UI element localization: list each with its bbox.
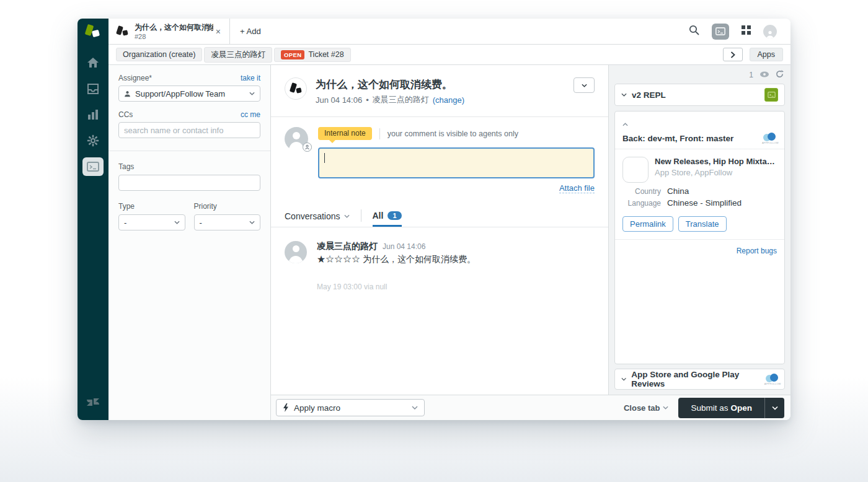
type-label: Type: [118, 202, 185, 211]
priority-value: -: [200, 218, 202, 227]
sidebar: [78, 19, 108, 420]
reviews-title: App Store and Google Play Reviews: [631, 370, 764, 388]
assignee-label: Assignee*: [118, 74, 152, 82]
assignee-select[interactable]: Support/AppFollow Team: [118, 85, 260, 102]
conversation-count-badge: 1: [388, 211, 401, 220]
views-icon[interactable]: [82, 79, 104, 98]
cc-me-link[interactable]: cc me: [241, 110, 260, 119]
conversations-dropdown[interactable]: Conversations: [285, 211, 350, 227]
close-tab-dropdown[interactable]: Close tab: [624, 403, 669, 413]
submit-options-caret[interactable]: [764, 398, 784, 418]
submit-prefix: Submit as: [691, 403, 728, 413]
zendesk-logo: [82, 393, 104, 411]
submit-status: Open: [730, 403, 752, 413]
repl-title: v2 REPL: [632, 90, 666, 100]
ticket-date: Jun 04 14:06: [316, 95, 362, 105]
ccs-input-wrap: [118, 122, 260, 138]
take-it-link[interactable]: take it: [241, 74, 260, 82]
appfollow-info-card: Back: dev-mt, Front: master APPFOLLOW Ne…: [614, 111, 785, 364]
submit-as-open-button[interactable]: Submit as Open: [678, 398, 764, 418]
report-bugs-link[interactable]: Report bugs: [737, 247, 777, 255]
type-select[interactable]: -: [118, 214, 185, 230]
comment-textarea[interactable]: [319, 149, 593, 177]
add-tab-button[interactable]: + Add: [230, 19, 271, 44]
appfollow-watermark-icon: APPFOLLOW: [762, 133, 777, 144]
tags-label: Tags: [118, 162, 260, 171]
app-icon: [116, 25, 130, 38]
requester-avatar: [285, 241, 307, 263]
conversations-label: Conversations: [285, 211, 340, 221]
assignee-value: Support/AppFollow Team: [135, 89, 225, 99]
priority-select[interactable]: -: [194, 214, 261, 230]
identity-badge-icon[interactable]: [303, 142, 312, 152]
note-visibility-hint: your comment is visible to agents only: [388, 129, 518, 138]
apps-grid-icon[interactable]: [742, 25, 751, 37]
ticket-title: 为什么，这个如何取消续费。: [316, 77, 574, 92]
priority-label: Priority: [194, 202, 261, 211]
submit-button-group: Submit as Open: [678, 398, 784, 418]
language-label: Language: [622, 199, 661, 208]
apply-macro-select[interactable]: Apply macro: [276, 399, 425, 416]
appfollow-watermark-icon-2: APPFOLLOW: [764, 374, 778, 385]
ccs-label: CCs: [118, 110, 133, 119]
app-title: New Releases, Hip Hop Mixtapes fo...: [655, 157, 777, 166]
home-icon[interactable]: [82, 53, 104, 72]
repl-app-card[interactable]: v2 REPL: [614, 84, 785, 106]
ticket-footer: Apply macro Close tab Submit as Open: [271, 395, 790, 420]
app-subtitle: App Store, AppFollow: [655, 168, 777, 177]
gear-icon[interactable]: [82, 131, 104, 150]
message-meta: May 19 03:00 via null: [317, 283, 595, 291]
appfollow-logo: [85, 25, 101, 40]
repl-terminal-icon: [764, 88, 778, 102]
tags-input-wrap: [118, 175, 260, 191]
collapse-apps-button[interactable]: [723, 48, 743, 61]
terminal-app-icon[interactable]: [82, 157, 104, 176]
tab-ticket-number: #28: [135, 33, 213, 40]
message-time: Jun 04 14:06: [383, 242, 425, 251]
type-value: -: [124, 218, 126, 227]
ccs-input[interactable]: [124, 126, 255, 135]
close-tab-label: Close tab: [624, 403, 660, 413]
breadcrumb: Organization (create) 凌晨三点的路灯 OPEN Ticke…: [108, 45, 790, 65]
reviews-app-card[interactable]: App Store and Google Play Reviews APPFOL…: [614, 369, 785, 390]
translate-button[interactable]: Translate: [678, 216, 727, 232]
agent-avatar: [285, 127, 308, 151]
breadcrumb-requester[interactable]: 凌晨三点的路灯: [204, 47, 272, 63]
app-store-icon: [622, 157, 649, 183]
breadcrumb-ticket-label: Ticket #28: [308, 50, 343, 59]
attach-file-link[interactable]: Attach file: [559, 183, 595, 193]
tab-close-icon[interactable]: ×: [213, 25, 223, 38]
viewers-count: 1: [749, 71, 753, 79]
all-tab-label: All: [373, 211, 384, 221]
permalink-button[interactable]: Permalink: [622, 216, 673, 232]
reports-icon[interactable]: [82, 105, 104, 124]
message-author[interactable]: 凌晨三点的路灯: [317, 241, 378, 252]
collapse-card-icon[interactable]: [615, 116, 784, 133]
zendesk-window: 为什么，这个如何取消续... #28 × + Add: [78, 19, 790, 420]
macro-bolt-icon: [283, 403, 289, 412]
console-toolbar-icon[interactable]: [712, 24, 729, 40]
refresh-icon[interactable]: [776, 70, 784, 80]
ticket-main: 为什么，这个如何取消续费。 Jun 04 14:06 • 凌晨三点的路灯 (ch…: [271, 65, 608, 395]
ticket-requester: 凌晨三点的路灯: [373, 94, 429, 105]
apps-panel: 1 v2 REPL: [608, 65, 790, 395]
search-icon[interactable]: [689, 25, 699, 38]
ticket-properties-panel: Assignee* take it Support/AppFollow Team…: [108, 65, 271, 420]
change-requester-link[interactable]: (change): [433, 95, 464, 105]
tab-all-conversations[interactable]: All 1: [373, 211, 402, 227]
breadcrumb-ticket[interactable]: OPEN Ticket #28: [274, 48, 351, 62]
eye-icon: [760, 71, 769, 79]
user-avatar[interactable]: [763, 25, 777, 38]
breadcrumb-organization[interactable]: Organization (create): [116, 48, 202, 61]
branch-info: Back: dev-mt, Front: master: [622, 134, 733, 143]
country-value: China: [667, 186, 689, 196]
open-ticket-tab[interactable]: 为什么，这个如何取消续... #28 ×: [108, 19, 230, 44]
bullet-separator: •: [366, 95, 369, 105]
conversation-message: 凌晨三点的路灯 Jun 04 14:06 ★☆☆☆☆ 为什么，这个如何取消续费。…: [271, 227, 608, 291]
comment-editor[interactable]: [318, 147, 595, 178]
ticket-options-button[interactable]: [574, 77, 595, 93]
tags-input[interactable]: [124, 178, 255, 188]
top-toolbar: 为什么，这个如何取消续... #28 × + Add: [108, 19, 790, 45]
internal-note-toggle[interactable]: Internal note: [318, 127, 372, 140]
apps-button[interactable]: Apps: [750, 48, 784, 61]
